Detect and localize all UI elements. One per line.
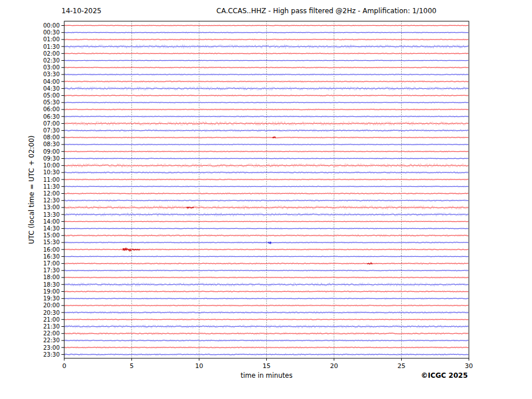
x-tick-label-30: 30 (465, 362, 473, 370)
trace-16:30 (64, 256, 468, 257)
trace-06:00 (64, 109, 468, 110)
trace-00:30 (64, 32, 468, 33)
row-label-10:30: 10:30 (43, 169, 60, 175)
row-label-11:30: 11:30 (43, 183, 60, 190)
helicorder-figure: 14-10-2025 CA.CCAS..HHZ - High pass filt… (0, 0, 532, 399)
row-label-00:30: 00:30 (43, 29, 60, 36)
row-label-03:30: 03:30 (43, 71, 60, 77)
x-tick-label-10: 10 (195, 362, 203, 370)
row-label-09:30: 09:30 (43, 155, 60, 162)
trace-05:30 (64, 103, 468, 103)
row-label-20:00: 20:00 (43, 302, 60, 308)
row-label-06:00: 06:00 (43, 106, 60, 112)
row-label-07:00: 07:00 (43, 120, 60, 127)
row-label-13:30: 13:30 (43, 212, 60, 218)
row-label-08:30: 08:30 (43, 141, 60, 147)
row-label-12:30: 12:30 (43, 197, 60, 204)
x-axis-label: time in minutes (64, 371, 469, 380)
row-label-08:00: 08:00 (43, 134, 60, 140)
x-tick-label-5: 5 (130, 362, 134, 370)
row-label-23:30: 23:30 (43, 351, 60, 358)
row-label-22:00: 22:00 (43, 330, 60, 337)
row-label-10:00: 10:00 (43, 162, 60, 169)
row-label-21:30: 21:30 (43, 323, 60, 330)
trace-11:30 (64, 186, 468, 187)
trace-00:00 (64, 25, 468, 26)
trace-08:30 (64, 144, 468, 145)
row-label-19:00: 19:00 (43, 288, 60, 295)
row-label-03:00: 03:00 (43, 64, 60, 71)
trace-11:00 (64, 179, 468, 180)
copyright-text: ©ICGC 2025 (421, 371, 468, 380)
trace-14:00 (64, 221, 468, 222)
row-label-21:00: 21:00 (43, 316, 60, 323)
row-label-02:30: 02:30 (43, 57, 60, 64)
row-label-17:00: 17:00 (43, 260, 60, 267)
x-tick-label-0: 0 (63, 362, 67, 370)
row-label-05:00: 05:00 (43, 92, 60, 99)
trace-02:30 (64, 60, 468, 61)
row-label-07:30: 07:30 (43, 127, 60, 134)
row-label-12:00: 12:00 (43, 190, 60, 197)
row-label-04:00: 04:00 (43, 79, 60, 85)
trace-03:00 (64, 67, 468, 68)
trace-02:00 (64, 53, 468, 54)
trace-12:00 (64, 193, 468, 194)
row-label-16:30: 16:30 (43, 253, 60, 260)
row-label-14:30: 14:30 (43, 225, 60, 232)
seismogram-plot: 05101520253000:0000:3001:0001:3002:0002:… (0, 0, 532, 399)
row-label-18:30: 18:30 (43, 281, 60, 288)
row-label-22:30: 22:30 (43, 337, 60, 343)
row-label-20:30: 20:30 (43, 310, 60, 316)
row-label-01:30: 01:30 (43, 44, 60, 50)
row-label-04:30: 04:30 (43, 85, 60, 92)
row-label-11:00: 11:00 (43, 177, 60, 183)
row-label-14:00: 14:00 (43, 218, 60, 225)
row-label-16:00: 16:00 (43, 247, 60, 253)
trace-23:00 (64, 347, 468, 348)
row-label-05:30: 05:30 (43, 99, 60, 105)
row-label-15:00: 15:00 (43, 232, 60, 238)
x-tick-label-15: 15 (263, 362, 271, 370)
row-label-18:00: 18:00 (43, 274, 60, 280)
row-label-09:00: 09:00 (43, 148, 60, 155)
row-label-00:00: 00:00 (43, 22, 60, 29)
row-label-19:30: 19:30 (43, 295, 60, 302)
row-label-23:00: 23:00 (43, 345, 60, 351)
row-label-06:30: 06:30 (43, 114, 60, 120)
row-label-13:00: 13:00 (43, 204, 60, 210)
row-label-15:30: 15:30 (43, 239, 60, 245)
row-label-17:30: 17:30 (43, 267, 60, 273)
x-tick-label-25: 25 (398, 362, 406, 370)
x-tick-label-20: 20 (330, 362, 338, 370)
row-label-02:00: 02:00 (43, 50, 60, 57)
row-label-01:00: 01:00 (43, 36, 60, 42)
